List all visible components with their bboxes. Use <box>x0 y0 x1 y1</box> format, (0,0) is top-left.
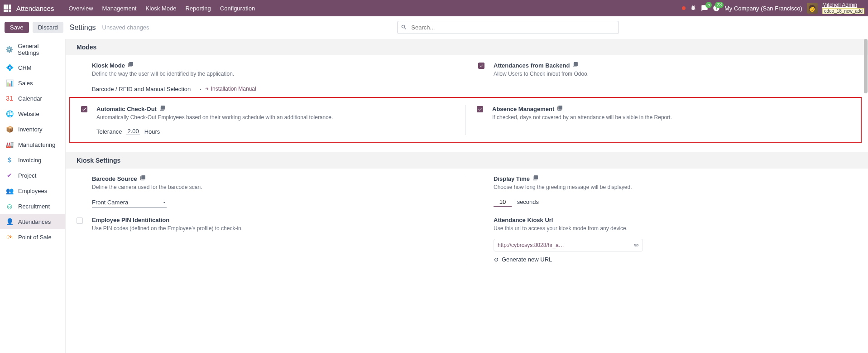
sidebar-icon: 🌐 <box>5 110 14 118</box>
user-info[interactable]: Mitchell Admin odoo_18_new_add <box>822 2 864 14</box>
tolerance-label: Tolerance <box>96 128 122 135</box>
messages-icon[interactable]: 5 <box>701 5 708 12</box>
activities-badge: 23 <box>715 2 724 8</box>
highlighted-settings-box: Automatic Check-Out Automatically Check-… <box>69 97 862 143</box>
company-switcher[interactable]: My Company (San Francisco) <box>724 5 802 12</box>
emp-pin-checkbox[interactable] <box>77 218 83 224</box>
kiosk-url-text: http://cybrosys:8028/hr_a… <box>498 242 631 248</box>
sidebar-item-label: Website <box>18 111 39 117</box>
installation-manual-link[interactable]: Installation Manual <box>205 86 256 92</box>
link-icon[interactable] <box>633 242 639 248</box>
search-icon <box>401 24 407 30</box>
display-time-desc: Choose how long the greeting message wil… <box>494 183 857 191</box>
app-title: Attendances <box>16 5 54 12</box>
kiosk-mode-dropdown[interactable]: Barcode / RFID and Manual Selection <box>92 84 203 94</box>
sidebar-icon: $ <box>5 156 14 164</box>
scrollbar-thumb[interactable] <box>864 39 868 93</box>
messages-badge: 5 <box>705 2 712 8</box>
sidebar-item-invoicing[interactable]: $Invoicing <box>0 152 65 168</box>
nav-overview[interactable]: Overview <box>64 1 97 15</box>
sidebar-item-label: Recruitment <box>18 203 50 210</box>
chevron-down-icon <box>198 87 203 92</box>
sidebar-icon: 🛍 <box>5 233 14 241</box>
sidebar-item-label: Manufacturing <box>18 141 55 148</box>
sidebar-icon: 👤 <box>5 218 14 226</box>
settings-sidebar: ⚙️General Settings💠CRM📊Sales31Calendar🌐W… <box>0 39 66 353</box>
sidebar-item-inventory[interactable]: 📦Inventory <box>0 121 65 137</box>
emp-pin-title: Employee PIN Identification <box>92 217 169 223</box>
sidebar-item-recruitment[interactable]: ◎Recruitment <box>0 198 65 214</box>
absence-mgmt-desc: If checked, days not covered by an atten… <box>492 113 850 121</box>
sidebar-item-label: Sales <box>18 80 33 87</box>
discard-button[interactable]: Discard <box>33 22 63 33</box>
sidebar-item-attendances[interactable]: 👤Attendances <box>0 214 65 229</box>
tolerance-input[interactable]: 2.00 <box>126 128 139 135</box>
absence-mgmt-checkbox[interactable] <box>477 106 483 112</box>
bug-icon[interactable] <box>690 5 696 12</box>
sidebar-icon: 🏭 <box>5 140 14 149</box>
developer-icon[interactable] <box>140 175 146 182</box>
section-modes-header: Modes <box>66 39 868 55</box>
sidebar-item-label: Attendances <box>18 218 51 225</box>
tolerance-unit: Hours <box>144 128 160 135</box>
activities-icon[interactable]: 23 <box>713 5 720 12</box>
display-time-title: Display Time <box>494 175 530 182</box>
db-name: odoo_18_new_add <box>822 8 864 14</box>
sidebar-item-manufacturing[interactable]: 🏭Manufacturing <box>0 137 65 152</box>
refresh-icon <box>494 257 499 262</box>
auto-checkout-title: Automatic Check-Out <box>96 106 157 112</box>
sidebar-icon: 👥 <box>5 187 14 195</box>
unsaved-indicator: Unsaved changes <box>102 24 149 31</box>
scrollbar[interactable] <box>863 39 868 353</box>
sidebar-icon: ⚙️ <box>5 45 13 53</box>
kiosk-url-title: Attendance Kiosk Url <box>494 217 553 223</box>
attendances-backend-checkbox[interactable] <box>478 63 484 69</box>
sidebar-item-sales[interactable]: 📊Sales <box>0 75 65 91</box>
kiosk-url-field[interactable]: http://cybrosys:8028/hr_a… <box>494 239 643 251</box>
developer-icon[interactable] <box>532 175 538 182</box>
search-input[interactable] <box>397 21 619 34</box>
barcode-source-desc: Define the camera used for the barcode s… <box>92 183 456 191</box>
sidebar-item-website[interactable]: 🌐Website <box>0 106 65 121</box>
user-name: Mitchell Admin <box>822 2 864 8</box>
sidebar-item-crm[interactable]: 💠CRM <box>0 60 65 75</box>
generate-url-button[interactable]: Generate new URL <box>494 256 552 263</box>
sidebar-item-calendar[interactable]: 31Calendar <box>0 91 65 106</box>
sidebar-item-label: Project <box>18 172 36 179</box>
search-bar <box>397 21 619 34</box>
nav-reporting[interactable]: Reporting <box>181 1 215 15</box>
user-avatar[interactable]: 🧑 <box>807 3 818 14</box>
sidebar-item-project[interactable]: ✔Project <box>0 168 65 183</box>
auto-checkout-checkbox[interactable] <box>81 106 87 112</box>
sidebar-item-label: Invoicing <box>18 157 41 164</box>
developer-icon[interactable] <box>128 62 134 69</box>
auto-checkout-desc: Automatically Check-Out Employees based … <box>96 113 455 121</box>
display-time-input[interactable] <box>494 198 512 207</box>
action-bar: Save Discard Settings Unsaved changes <box>0 16 868 39</box>
sidebar-item-label: Point of Sale <box>18 234 52 241</box>
sidebar-item-employees[interactable]: 👥Employees <box>0 183 65 198</box>
sidebar-item-label: Employees <box>18 188 47 194</box>
sidebar-icon: 💠 <box>5 63 14 72</box>
developer-icon[interactable] <box>557 105 563 112</box>
nav-configuration[interactable]: Configuration <box>216 1 259 15</box>
nav-kiosk-mode[interactable]: Kiosk Mode <box>141 1 181 15</box>
sidebar-icon: ✔ <box>5 171 14 179</box>
emp-pin-desc: Use PIN codes (defined on the Employee's… <box>92 224 456 232</box>
nav-management[interactable]: Management <box>98 1 141 15</box>
record-indicator-icon[interactable] <box>682 6 686 10</box>
sidebar-icon: 📊 <box>5 79 14 87</box>
nav-links: Overview Management Kiosk Mode Reporting… <box>64 1 259 15</box>
save-button[interactable]: Save <box>5 22 29 33</box>
developer-icon[interactable] <box>159 105 165 112</box>
sidebar-item-point-of-sale[interactable]: 🛍Point of Sale <box>0 229 65 245</box>
sidebar-icon: 📦 <box>5 125 14 133</box>
topbar: Attendances Overview Management Kiosk Mo… <box>0 0 868 16</box>
sidebar-item-label: Inventory <box>18 126 42 133</box>
barcode-source-dropdown[interactable]: Front Camera <box>92 198 167 208</box>
attendances-backend-title: Attendances from Backend <box>494 62 570 69</box>
developer-icon[interactable] <box>572 62 578 69</box>
sidebar-item-general-settings[interactable]: ⚙️General Settings <box>0 39 65 60</box>
sidebar-icon: ◎ <box>5 202 14 210</box>
apps-launcher-icon[interactable] <box>4 5 11 12</box>
